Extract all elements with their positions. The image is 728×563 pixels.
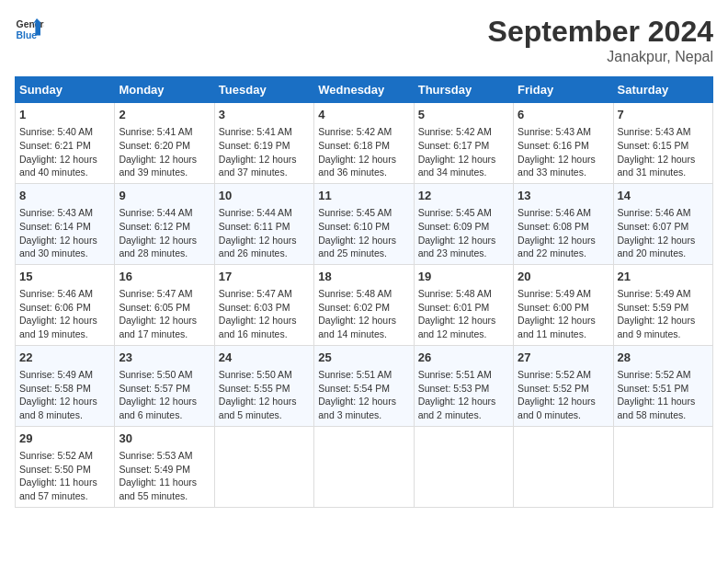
day-info: Sunrise: 5:41 AM Sunset: 6:19 PM Dayligh… <box>219 125 310 179</box>
day-number: 9 <box>119 188 210 204</box>
calendar-cell <box>514 426 613 507</box>
svg-text:Blue: Blue <box>17 30 38 40</box>
title-block: September 2024 Janakpur, Nepal <box>488 15 713 65</box>
calendar-cell: 18Sunrise: 5:48 AM Sunset: 6:02 PM Dayli… <box>314 264 414 345</box>
day-number: 30 <box>119 431 210 447</box>
col-friday: Friday <box>514 77 613 103</box>
header-row: Sunday Monday Tuesday Wednesday Thursday… <box>16 77 713 103</box>
day-info: Sunrise: 5:46 AM Sunset: 6:07 PM Dayligh… <box>618 206 709 260</box>
day-number: 19 <box>418 269 509 285</box>
calendar-cell: 22Sunrise: 5:49 AM Sunset: 5:58 PM Dayli… <box>16 345 115 426</box>
calendar-cell: 6Sunrise: 5:43 AM Sunset: 6:16 PM Daylig… <box>514 103 613 184</box>
day-number: 20 <box>518 269 609 285</box>
day-info: Sunrise: 5:44 AM Sunset: 6:12 PM Dayligh… <box>119 206 210 260</box>
day-info: Sunrise: 5:45 AM Sunset: 6:10 PM Dayligh… <box>318 206 409 260</box>
page-title: September 2024 <box>488 15 713 49</box>
day-number: 11 <box>318 188 409 204</box>
col-tuesday: Tuesday <box>214 77 313 103</box>
calendar-cell: 14Sunrise: 5:46 AM Sunset: 6:07 PM Dayli… <box>613 183 712 264</box>
logo-icon: General Blue <box>15 15 44 44</box>
calendar-cell: 20Sunrise: 5:49 AM Sunset: 6:00 PM Dayli… <box>514 264 613 345</box>
day-number: 13 <box>518 188 609 204</box>
week-row-1: 1Sunrise: 5:40 AM Sunset: 6:21 PM Daylig… <box>16 103 713 184</box>
calendar-cell <box>613 426 712 507</box>
calendar-cell: 23Sunrise: 5:50 AM Sunset: 5:57 PM Dayli… <box>115 345 214 426</box>
day-number: 28 <box>618 350 709 366</box>
day-info: Sunrise: 5:43 AM Sunset: 6:14 PM Dayligh… <box>19 206 110 260</box>
calendar-cell: 2Sunrise: 5:41 AM Sunset: 6:20 PM Daylig… <box>115 103 214 184</box>
day-info: Sunrise: 5:52 AM Sunset: 5:52 PM Dayligh… <box>518 368 609 422</box>
day-info: Sunrise: 5:41 AM Sunset: 6:20 PM Dayligh… <box>119 125 210 179</box>
day-number: 21 <box>618 269 709 285</box>
day-number: 7 <box>618 107 709 123</box>
week-row-5: 29Sunrise: 5:52 AM Sunset: 5:50 PM Dayli… <box>16 426 713 507</box>
calendar-cell: 10Sunrise: 5:44 AM Sunset: 6:11 PM Dayli… <box>214 183 313 264</box>
calendar-cell: 30Sunrise: 5:53 AM Sunset: 5:49 PM Dayli… <box>115 426 214 507</box>
calendar-cell: 11Sunrise: 5:45 AM Sunset: 6:10 PM Dayli… <box>314 183 414 264</box>
calendar-cell: 8Sunrise: 5:43 AM Sunset: 6:14 PM Daylig… <box>16 183 115 264</box>
calendar-cell: 26Sunrise: 5:51 AM Sunset: 5:53 PM Dayli… <box>414 345 513 426</box>
calendar-cell: 3Sunrise: 5:41 AM Sunset: 6:19 PM Daylig… <box>214 103 313 184</box>
calendar-cell: 13Sunrise: 5:46 AM Sunset: 6:08 PM Dayli… <box>514 183 613 264</box>
calendar-cell <box>314 426 414 507</box>
day-number: 18 <box>318 269 409 285</box>
calendar-cell: 9Sunrise: 5:44 AM Sunset: 6:12 PM Daylig… <box>115 183 214 264</box>
logo: General Blue <box>15 15 44 44</box>
col-monday: Monday <box>115 77 214 103</box>
day-info: Sunrise: 5:50 AM Sunset: 5:57 PM Dayligh… <box>119 368 210 422</box>
day-number: 1 <box>19 107 110 123</box>
day-number: 25 <box>318 350 409 366</box>
calendar-cell: 24Sunrise: 5:50 AM Sunset: 5:55 PM Dayli… <box>214 345 313 426</box>
day-number: 14 <box>618 188 709 204</box>
day-number: 16 <box>119 269 210 285</box>
day-number: 12 <box>418 188 509 204</box>
week-row-3: 15Sunrise: 5:46 AM Sunset: 6:06 PM Dayli… <box>16 264 713 345</box>
day-info: Sunrise: 5:42 AM Sunset: 6:18 PM Dayligh… <box>318 125 409 179</box>
day-info: Sunrise: 5:46 AM Sunset: 6:08 PM Dayligh… <box>518 206 609 260</box>
calendar-cell: 4Sunrise: 5:42 AM Sunset: 6:18 PM Daylig… <box>314 103 414 184</box>
day-info: Sunrise: 5:46 AM Sunset: 6:06 PM Dayligh… <box>19 287 110 341</box>
calendar-cell: 5Sunrise: 5:42 AM Sunset: 6:17 PM Daylig… <box>414 103 513 184</box>
day-number: 5 <box>418 107 509 123</box>
calendar-cell: 16Sunrise: 5:47 AM Sunset: 6:05 PM Dayli… <box>115 264 214 345</box>
col-sunday: Sunday <box>16 77 115 103</box>
calendar-cell <box>214 426 313 507</box>
col-saturday: Saturday <box>613 77 712 103</box>
calendar-cell: 25Sunrise: 5:51 AM Sunset: 5:54 PM Dayli… <box>314 345 414 426</box>
calendar-cell: 19Sunrise: 5:48 AM Sunset: 6:01 PM Dayli… <box>414 264 513 345</box>
day-number: 22 <box>19 350 110 366</box>
day-number: 26 <box>418 350 509 366</box>
day-number: 27 <box>518 350 609 366</box>
calendar-cell: 28Sunrise: 5:52 AM Sunset: 5:51 PM Dayli… <box>613 345 712 426</box>
day-info: Sunrise: 5:47 AM Sunset: 6:03 PM Dayligh… <box>219 287 310 341</box>
day-number: 29 <box>19 431 110 447</box>
col-thursday: Thursday <box>414 77 513 103</box>
week-row-4: 22Sunrise: 5:49 AM Sunset: 5:58 PM Dayli… <box>16 345 713 426</box>
calendar-cell: 15Sunrise: 5:46 AM Sunset: 6:06 PM Dayli… <box>16 264 115 345</box>
calendar-cell <box>414 426 513 507</box>
day-number: 4 <box>318 107 409 123</box>
calendar-cell: 1Sunrise: 5:40 AM Sunset: 6:21 PM Daylig… <box>16 103 115 184</box>
day-info: Sunrise: 5:51 AM Sunset: 5:54 PM Dayligh… <box>318 368 409 422</box>
calendar-cell: 21Sunrise: 5:49 AM Sunset: 5:59 PM Dayli… <box>613 264 712 345</box>
day-info: Sunrise: 5:52 AM Sunset: 5:51 PM Dayligh… <box>618 368 709 422</box>
week-row-2: 8Sunrise: 5:43 AM Sunset: 6:14 PM Daylig… <box>16 183 713 264</box>
day-info: Sunrise: 5:48 AM Sunset: 6:01 PM Dayligh… <box>418 287 509 341</box>
day-info: Sunrise: 5:50 AM Sunset: 5:55 PM Dayligh… <box>219 368 310 422</box>
day-info: Sunrise: 5:44 AM Sunset: 6:11 PM Dayligh… <box>219 206 310 260</box>
day-number: 24 <box>219 350 310 366</box>
day-info: Sunrise: 5:53 AM Sunset: 5:49 PM Dayligh… <box>119 449 210 503</box>
col-wednesday: Wednesday <box>314 77 414 103</box>
day-info: Sunrise: 5:52 AM Sunset: 5:50 PM Dayligh… <box>19 449 110 503</box>
day-info: Sunrise: 5:49 AM Sunset: 5:58 PM Dayligh… <box>19 368 110 422</box>
day-info: Sunrise: 5:42 AM Sunset: 6:17 PM Dayligh… <box>418 125 509 179</box>
day-info: Sunrise: 5:45 AM Sunset: 6:09 PM Dayligh… <box>418 206 509 260</box>
page-subtitle: Janakpur, Nepal <box>488 49 713 65</box>
day-number: 17 <box>219 269 310 285</box>
calendar-cell: 29Sunrise: 5:52 AM Sunset: 5:50 PM Dayli… <box>16 426 115 507</box>
day-info: Sunrise: 5:49 AM Sunset: 5:59 PM Dayligh… <box>618 287 709 341</box>
page-header: General Blue September 2024 Janakpur, Ne… <box>15 15 713 65</box>
day-info: Sunrise: 5:47 AM Sunset: 6:05 PM Dayligh… <box>119 287 210 341</box>
calendar-cell: 27Sunrise: 5:52 AM Sunset: 5:52 PM Dayli… <box>514 345 613 426</box>
day-info: Sunrise: 5:43 AM Sunset: 6:16 PM Dayligh… <box>518 125 609 179</box>
